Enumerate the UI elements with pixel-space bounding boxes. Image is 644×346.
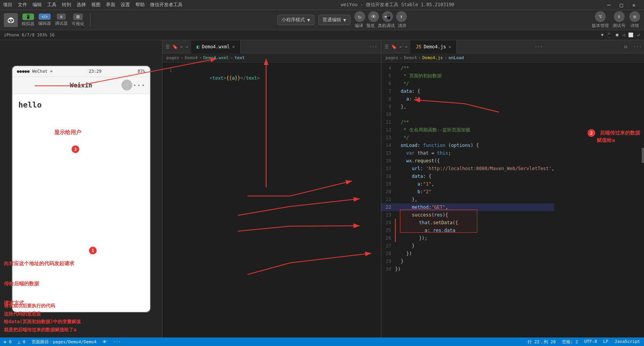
- breadcrumb-arrow1: ›: [181, 55, 183, 60]
- wxml-tab-forward-icon[interactable]: →: [185, 44, 188, 49]
- visual-label: 可视化: [72, 21, 84, 27]
- wxml-tab-bookmark-icon[interactable]: 🔖: [172, 44, 178, 49]
- wxml-breadcrumb-demo4: Demo4: [185, 55, 198, 60]
- js-breadcrumb-arrow2: ›: [418, 55, 421, 60]
- upload-icon[interactable]: ⬆: [396, 11, 407, 22]
- breadcrumb-arrow3: ›: [231, 55, 233, 60]
- js-tab-forward-icon[interactable]: →: [405, 44, 407, 49]
- wxml-tab-back-icon[interactable]: ←: [180, 44, 183, 49]
- visual-tool[interactable]: ⊞ 可视化: [72, 14, 84, 27]
- menu-item-file[interactable]: 文件: [18, 2, 27, 8]
- detail-btn-label: 详情: [630, 23, 639, 29]
- wxml-tab-more-icon[interactable]: ···: [365, 44, 381, 49]
- version-mgr-icon[interactable]: ⌥: [595, 11, 606, 22]
- js-editor-content[interactable]: 4 /** 5 * 页面的初始数据 6 */ 7 data: { 8: [381, 63, 644, 337]
- detail-btn-group[interactable]: ≡ 详情: [629, 11, 640, 29]
- menu-item-goto[interactable]: 转到: [62, 2, 71, 8]
- device-bar: iPhone 6/7/8 103% 16 ▼ 📱 ⏺ ◁ ⬜ ⤾: [0, 30, 644, 40]
- js-line-12: 12 * 生命周期函数--监听页面加载: [381, 126, 554, 134]
- status-warnings: △ 0: [18, 339, 26, 344]
- maximize-btn[interactable]: □: [620, 2, 623, 8]
- compile-label: 普通编辑: [323, 17, 341, 23]
- wxml-breadcrumb: pages › Demo4 › Demo4.wxml › text: [162, 53, 381, 63]
- wxml-tab-hamburger-icon[interactable]: ☰: [166, 44, 170, 49]
- test-btn-group[interactable]: ⬆ 测试号: [613, 11, 625, 29]
- menu-item-wechat[interactable]: 微信开发者工具: [150, 2, 183, 8]
- wxml-tab[interactable]: ◧ Demo4.wxml ✕: [191, 40, 241, 53]
- js-tab-close-icon[interactable]: ✕: [448, 44, 451, 49]
- js-tab-more-icon[interactable]: ···: [531, 44, 547, 49]
- phone-nav-btn[interactable]: ⊕: [121, 80, 132, 90]
- preview-icon[interactable]: 👁: [368, 11, 379, 22]
- status-right: 行 22，列 20 空格: 2 UTF-8 LF JavaScript: [528, 339, 640, 345]
- js-breadcrumb-arrow3: ›: [444, 55, 447, 60]
- simulator-panel: ●●●●● WeChat ≈ 23:29 87% Weixin ··· ⊕ he…: [0, 40, 162, 337]
- js-tab-back-icon[interactable]: ←: [399, 44, 402, 49]
- simulator-body: ●●●●● WeChat ≈ 23:29 87% Weixin ··· ⊕ he…: [0, 40, 162, 337]
- device-back-icon: ◁: [622, 32, 625, 37]
- menu-item-tools[interactable]: 工具: [47, 2, 56, 8]
- wxml-line-code-1[interactable]: <text>{{a}}</text>: [176, 66, 260, 90]
- mode-dropdown[interactable]: 小程序模式 ▼: [277, 15, 314, 25]
- menu-item-view[interactable]: 视图: [91, 2, 101, 8]
- version-mgr-label: 版本管理: [592, 23, 609, 29]
- status-line-ending: LF: [603, 339, 608, 345]
- scrollbar-thumb[interactable]: [642, 148, 644, 163]
- debugger-tool[interactable]: ≡ 调试器: [55, 14, 68, 26]
- js-line-5: 5 * 页面的初始数据: [381, 72, 554, 80]
- mode-chevron-icon: ▼: [307, 17, 310, 23]
- js-tab-bookmark-icon[interactable]: 🔖: [391, 44, 397, 49]
- menu-bar: 项目 文件 编辑 工具 转到 选择 视图 界面 设置 帮助 微信开发者工具 we…: [0, 0, 644, 10]
- menu-item-settings[interactable]: 设置: [121, 2, 130, 8]
- compile-dropdown[interactable]: 普通编辑 ▼: [318, 15, 350, 25]
- js-tab-name: Demo4.js: [424, 44, 446, 49]
- menu-item-help[interactable]: 帮助: [135, 2, 145, 8]
- editor-tool[interactable]: </> 编辑器: [38, 14, 51, 26]
- refresh-icon[interactable]: ↻: [354, 11, 365, 22]
- device-name: iPhone 6/7/8: [4, 32, 34, 37]
- phone-nav-dots[interactable]: ···: [133, 81, 145, 89]
- js-line-27: 27 }: [381, 242, 554, 250]
- js-editor-tabs: ☰ 🔖 ← → JS Demo4.js ✕ ··· ⊟ ···: [381, 40, 644, 53]
- close-btn[interactable]: ✕: [632, 2, 635, 8]
- phone-nav-bar: Weixin ··· ⊕: [12, 77, 150, 94]
- js-line-17: 17 url: 'http://localhost:8080/Maven_Web…: [381, 165, 554, 172]
- js-line-18: 18 data: {: [381, 172, 554, 180]
- menu-item-select[interactable]: 选择: [77, 2, 86, 8]
- js-tab-hamburger-icon[interactable]: ☰: [384, 44, 389, 49]
- js-line-21: 21 },: [381, 196, 554, 203]
- wxml-breadcrumb-pages: pages: [166, 55, 179, 60]
- detail-icon[interactable]: ≡: [629, 11, 640, 22]
- status-language: JavaScript: [615, 339, 640, 345]
- editor-btn[interactable]: </>: [39, 14, 51, 20]
- js-line-26: 26 });: [381, 234, 554, 242]
- wxml-editor-content: 1 <text>{{a}}</text>: [162, 63, 381, 337]
- preview-btn-label: 预览: [366, 23, 375, 29]
- minimize-btn[interactable]: ─: [607, 2, 610, 8]
- device-phone-icon: 📱: [606, 32, 612, 37]
- js-panel-split-icon[interactable]: ⊟: [620, 44, 631, 49]
- status-more-icon[interactable]: ···: [113, 339, 121, 344]
- menu-item-interface[interactable]: 界面: [106, 2, 115, 8]
- js-line-13: 13 */: [381, 134, 554, 141]
- window-controls[interactable]: ─ □ ✕: [607, 2, 641, 8]
- js-tab[interactable]: JS Demo4.js ✕: [410, 40, 457, 53]
- status-errors: ⊗ 0: [4, 339, 12, 344]
- wxml-tab-name: Demo4.wxml: [202, 44, 230, 49]
- js-panel-more-icon[interactable]: ···: [631, 44, 644, 49]
- debugger-btn[interactable]: ≡: [57, 14, 65, 20]
- menu-item-edit[interactable]: 编辑: [32, 2, 42, 8]
- js-line-4: 4 /**: [381, 64, 554, 72]
- real-test-icon[interactable]: 📲: [382, 11, 393, 22]
- menu-item-project[interactable]: 项目: [3, 2, 12, 8]
- wxml-tab-close-icon[interactable]: ✕: [232, 44, 235, 49]
- simulator-tool[interactable]: 📱 模拟器: [22, 14, 34, 27]
- device-home-icon: ⬜: [628, 32, 634, 37]
- js-breadcrumb-arrow1: ›: [400, 55, 403, 60]
- test-icon[interactable]: ⬆: [614, 11, 625, 22]
- status-preview-icon[interactable]: 👁: [102, 339, 107, 344]
- visual-btn[interactable]: ⊞: [73, 14, 83, 20]
- version-mgr-group[interactable]: ⌥ 版本管理: [592, 11, 609, 29]
- js-line-16: 16 wx.request({: [381, 157, 554, 165]
- simulator-btn[interactable]: 📱: [22, 14, 34, 20]
